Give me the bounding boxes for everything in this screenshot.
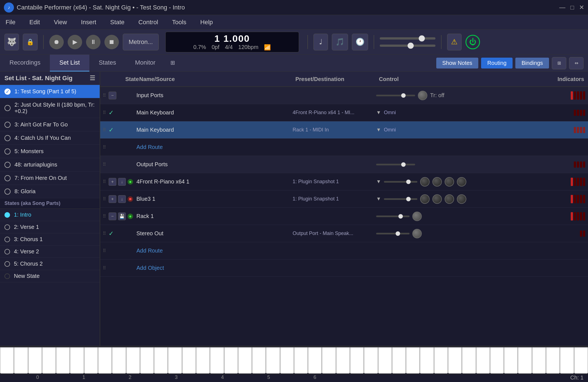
song-item-8[interactable]: 8: Gloria	[0, 185, 100, 198]
white-key[interactable]	[14, 347, 28, 374]
white-key[interactable]	[56, 347, 70, 374]
white-key[interactable]	[420, 347, 434, 374]
piano-keyboard[interactable]	[0, 347, 588, 374]
drag-handle-addobj[interactable]: ⠿	[100, 265, 109, 271]
metronome-btn[interactable]: Metron...	[123, 34, 159, 50]
white-key[interactable]	[406, 347, 420, 374]
input-ports-knob[interactable]	[418, 91, 427, 100]
white-key[interactable]	[210, 347, 224, 374]
routing-btn[interactable]: Routing	[481, 58, 513, 68]
drag-handle-4front[interactable]: ⠿	[100, 179, 109, 184]
menu-view[interactable]: View	[51, 17, 70, 28]
white-key[interactable]	[560, 347, 574, 374]
menu-help[interactable]: Help	[197, 17, 215, 28]
white-key[interactable]	[546, 347, 560, 374]
view-toggle-btn[interactable]: ⊞	[552, 57, 566, 69]
rack1-slider[interactable]	[376, 216, 410, 217]
white-key[interactable]	[0, 347, 14, 374]
drag-handle-addr1[interactable]: ⠿	[100, 145, 109, 150]
white-key[interactable]	[154, 347, 168, 374]
metronome-icon-btn[interactable]: 🎵	[332, 34, 348, 50]
set-list-menu-icon[interactable]: ☰	[90, 75, 95, 82]
white-key[interactable]	[252, 347, 266, 374]
4front-knob-1[interactable]	[420, 177, 430, 187]
menu-state[interactable]: State	[107, 17, 127, 28]
output-ports-slider[interactable]	[376, 164, 415, 165]
white-key[interactable]	[448, 347, 462, 374]
white-key[interactable]	[224, 347, 238, 374]
menu-file[interactable]: File	[3, 17, 18, 28]
white-key[interactable]	[504, 347, 518, 374]
clock-btn[interactable]: 🕐	[352, 34, 368, 50]
white-key[interactable]	[476, 347, 490, 374]
power-btn[interactable]: ⏻	[465, 35, 480, 49]
song-item-5[interactable]: 5: Monsters	[0, 145, 100, 158]
white-key[interactable]	[182, 347, 196, 374]
white-key[interactable]	[518, 347, 532, 374]
grid-icon-btn[interactable]: ⊞	[165, 55, 181, 72]
minimize-button[interactable]: —	[559, 4, 565, 11]
state-item-1[interactable]: 1: Intro	[0, 209, 100, 221]
bindings-btn[interactable]: Bindings	[515, 58, 549, 68]
state-item-new[interactable]: New State	[0, 270, 100, 282]
filter-icon-blue3[interactable]: ▼	[376, 196, 381, 202]
close-button[interactable]: ✕	[579, 4, 584, 11]
filter-icon-4front[interactable]: ▼	[376, 179, 381, 185]
drag-handle-blue3[interactable]: ⠿	[100, 196, 109, 202]
4front-knob-4[interactable]	[457, 177, 466, 187]
green-dot-4front[interactable]: ●	[128, 179, 133, 185]
secondary-slider[interactable]	[380, 45, 435, 47]
white-key[interactable]	[378, 347, 392, 374]
tab-setlist[interactable]: Set List	[50, 55, 89, 72]
state-item-2[interactable]: 2: Verse 1	[0, 221, 100, 233]
tab-monitor[interactable]: Monitor	[126, 55, 165, 72]
show-notes-btn[interactable]: Show Notes	[436, 58, 479, 68]
white-key[interactable]	[126, 347, 140, 374]
white-key[interactable]	[350, 347, 364, 374]
record-btn[interactable]: ⏺	[49, 35, 64, 49]
white-key[interactable]	[140, 347, 154, 374]
stereo-out-slider[interactable]	[376, 233, 410, 234]
state-item-4[interactable]: 4: Verse 2	[0, 246, 100, 258]
white-key[interactable]	[42, 347, 56, 374]
white-key[interactable]	[168, 347, 182, 374]
plus-btn-blue3[interactable]: +	[109, 195, 116, 203]
white-key[interactable]	[308, 347, 322, 374]
rack1-knob[interactable]	[412, 212, 422, 221]
white-key[interactable]	[84, 347, 98, 374]
drag-handle-rack1[interactable]: ⠿	[100, 214, 109, 219]
blue3-knob-3[interactable]	[445, 194, 454, 204]
input-ports-slider[interactable]	[376, 95, 415, 96]
minus-btn-rack1[interactable]: −	[109, 212, 116, 220]
song-item-48[interactable]: 48: arturiaplugins	[0, 158, 100, 172]
warning-btn[interactable]: ⚠	[447, 34, 462, 50]
menu-tools[interactable]: Tools	[169, 17, 189, 28]
white-key[interactable]	[364, 347, 378, 374]
add-route-2-label[interactable]: Add Route	[136, 248, 588, 254]
drag-handle-mkbd2[interactable]: ⠿	[100, 127, 109, 133]
song-item-4[interactable]: 4: Catch Us If You Can	[0, 131, 100, 145]
menu-insert[interactable]: Insert	[78, 17, 99, 28]
drag-handle-output[interactable]: ⠿	[100, 162, 109, 167]
white-key[interactable]	[322, 347, 336, 374]
app-logo-btn[interactable]: 🐺	[4, 34, 19, 50]
4front-slider[interactable]	[384, 181, 417, 183]
down-btn-4front[interactable]: ↓	[118, 178, 126, 186]
white-key[interactable]	[462, 347, 476, 374]
maximize-button[interactable]: □	[570, 4, 574, 11]
state-item-5[interactable]: 5: Chorus 2	[0, 258, 100, 270]
white-key[interactable]	[392, 347, 406, 374]
white-key[interactable]	[70, 347, 84, 374]
filter-icon-mkbd1[interactable]: ▼	[376, 110, 381, 116]
white-key[interactable]	[266, 347, 280, 374]
white-key[interactable]	[28, 347, 42, 374]
song-item-1[interactable]: ✓ 1: Test Song (Part 1 of 5)	[0, 85, 100, 98]
state-item-3[interactable]: 3: Chorus 1	[0, 233, 100, 246]
red-dot-blue3[interactable]: ■	[128, 196, 133, 202]
menu-control[interactable]: Control	[136, 17, 161, 28]
white-key[interactable]	[294, 347, 308, 374]
stop-btn[interactable]: ⏹	[104, 35, 119, 49]
green-dot-rack1[interactable]: ●	[128, 214, 133, 219]
disk-btn-rack1[interactable]: 💾	[118, 212, 126, 220]
white-key[interactable]	[336, 347, 350, 374]
